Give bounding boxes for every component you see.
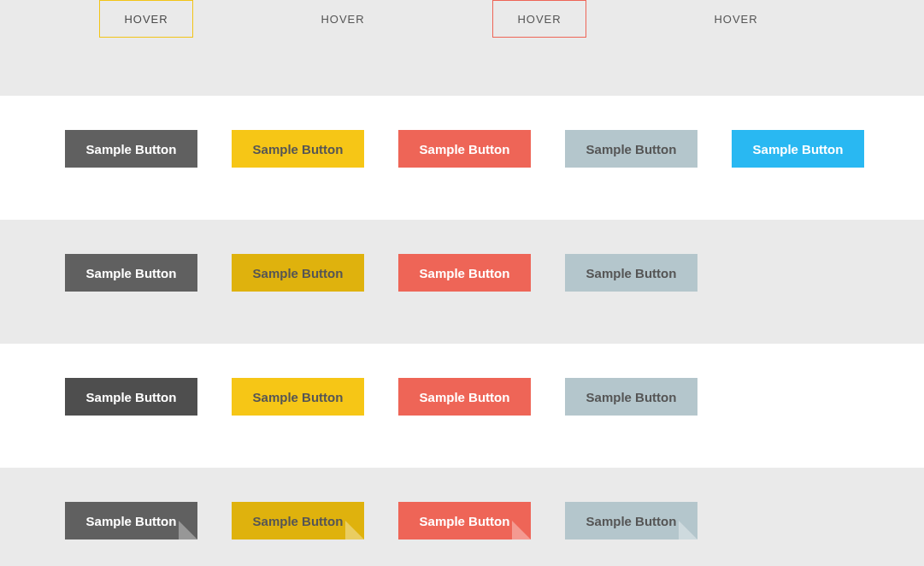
button-label: Sample Button [253,514,344,528]
sample-button-red[interactable]: Sample Button [398,254,531,292]
hover-slot: HOVER [458,0,621,38]
hover-button-label: HOVER [517,13,561,26]
sample-button-yellow-fold[interactable]: Sample Button [232,502,364,539]
button-label: Sample Button [586,266,677,280]
button-label: Sample Button [420,514,510,528]
hover-button-label: HOVER [124,13,168,26]
button-label: Sample Button [586,142,677,156]
sample-button-darker[interactable]: Sample Button [65,378,197,416]
hover-button-yellow-outline[interactable]: HOVER [99,0,192,38]
hover-button-red-outline[interactable]: HOVER [492,0,586,38]
sample-button-red[interactable]: Sample Button [398,378,531,416]
hover-slot: HOVER [65,0,227,38]
sample-button-red-fold[interactable]: Sample Button [398,502,531,539]
button-label: Sample Button [86,514,177,528]
button-label: Sample Button [753,142,844,156]
hover-button-plain[interactable]: HOVER [690,0,781,38]
button-label: Sample Button [86,390,177,404]
sample-button-silver[interactable]: Sample Button [565,254,697,292]
button-row-4: Sample Button Sample Button Sample Butto… [0,468,924,566]
hover-row: HOVER HOVER HOVER HOVER [0,0,924,96]
button-label: Sample Button [253,142,344,156]
sample-button-yellow[interactable]: Sample Button [232,378,364,416]
sample-button-yellow[interactable]: Sample Button [232,130,364,168]
sample-button-dark-fold[interactable]: Sample Button [65,502,197,539]
hover-button-plain[interactable]: HOVER [297,0,388,38]
sample-button-yellow-dark[interactable]: Sample Button [232,254,364,292]
hover-button-label: HOVER [714,13,757,26]
hover-button-label: HOVER [321,13,364,26]
sample-button-silver[interactable]: Sample Button [565,378,697,416]
button-label: Sample Button [420,266,510,280]
button-row-2: Sample Button Sample Button Sample Butto… [0,220,924,344]
hover-slot: HOVER [655,0,817,38]
sample-button-dark[interactable]: Sample Button [65,254,197,292]
sample-button-dark[interactable]: Sample Button [65,130,197,168]
button-label: Sample Button [253,390,344,404]
button-label: Sample Button [586,390,677,404]
button-row-1: Sample Button Sample Button Sample Butto… [0,96,924,220]
button-label: Sample Button [586,514,677,528]
button-label: Sample Button [420,390,510,404]
sample-button-silver[interactable]: Sample Button [565,130,697,168]
sample-button-silver-fold[interactable]: Sample Button [565,502,697,539]
hover-slot: HOVER [262,0,424,38]
button-row-3: Sample Button Sample Button Sample Butto… [0,344,924,468]
button-label: Sample Button [253,266,344,280]
button-label: Sample Button [86,142,177,156]
sample-button-blue[interactable]: Sample Button [732,130,864,168]
sample-button-red[interactable]: Sample Button [398,130,531,168]
button-label: Sample Button [86,266,177,280]
button-label: Sample Button [420,142,510,156]
